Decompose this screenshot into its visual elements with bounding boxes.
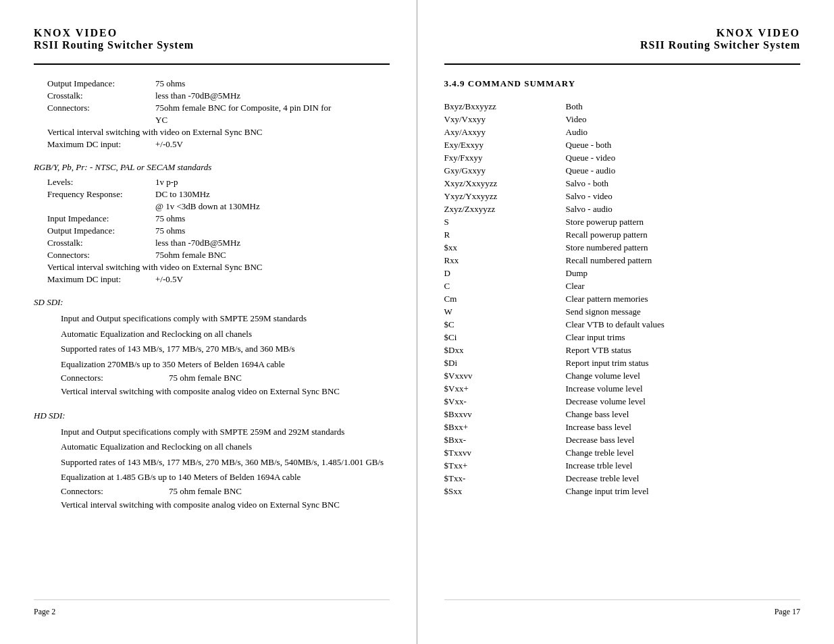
command-row: Axy/Axxyy Audio [444, 127, 801, 138]
spec-indent-row: Automatic Equalization and Reclocking on… [34, 440, 390, 454]
spec-row: Input Impedance: 75 ohms [34, 213, 390, 224]
command-row: S Store powerup pattern [444, 217, 801, 227]
spec-value: @ 1v <3dB down at 130MHz [155, 201, 390, 212]
command-desc: Both [566, 101, 801, 112]
spec-section-sdsdi: SD SDI: Input and Output specifications … [34, 297, 390, 398]
spec-value: 75ohm female BNC for Composite, 4 pin DI… [155, 103, 390, 113]
command-code: $Txx+ [444, 460, 566, 471]
right-page-number: Page 17 [775, 607, 800, 616]
command-row: $Vxx- Decrease volume level [444, 396, 801, 407]
page-container: KNOX VIDEO RSII Routing Switcher System … [0, 0, 834, 644]
command-code: C [444, 281, 566, 292]
command-row: Yxyz/Yxxyyzz Salvo - video [444, 191, 801, 202]
command-desc: Report input trim status [566, 358, 801, 369]
command-desc: Decrease volume level [566, 396, 801, 407]
spec-row: Crosstalk: less than -70dB@5MHz [34, 90, 390, 101]
spec-row: Maximum DC input: +/-0.5V [34, 139, 390, 150]
command-code: $Bxx- [444, 435, 566, 446]
command-desc: Store powerup pattern [566, 217, 801, 227]
section-heading-command-summary: 3.4.9 COMMAND SUMMARY [444, 78, 801, 89]
command-table: Bxyz/Bxxyyzz Both Vxy/Vxxyy Video Axy/Ax… [444, 101, 801, 497]
left-content: Output Impedance: 75 ohms Crosstalk: les… [34, 78, 390, 599]
command-code: Gxy/Gxxyy [444, 165, 566, 176]
command-desc: Clear [566, 281, 801, 292]
spec-label: Frequency Response: [47, 189, 155, 200]
spec-indent-row: Equalization 270MB/s up to 350 Meters of… [34, 358, 390, 371]
spec-indent-row: Input and Output specifications comply w… [34, 312, 390, 325]
spec-section-title-hdsdi: HD SDI: [34, 410, 390, 421]
command-code: Bxyz/Bxxyyzz [444, 101, 566, 112]
command-desc: Queue - audio [566, 165, 801, 176]
right-footer: Page 17 [444, 599, 801, 617]
command-desc: Decrease treble level [566, 473, 801, 484]
command-desc: Send signon message [566, 306, 801, 317]
command-row: Gxy/Gxxyy Queue - audio [444, 165, 801, 176]
spec-section-composite: Output Impedance: 75 ohms Crosstalk: les… [34, 78, 390, 150]
right-divider [444, 63, 801, 65]
spec-value: 75 ohm female BNC [169, 486, 390, 497]
command-code: Fxy/Fxxyy [444, 153, 566, 163]
command-desc: Change bass level [566, 409, 801, 420]
spec-value: +/-0.5V [155, 139, 390, 150]
spec-section-rgb: RGB/Y, Pb, Pr: - NTSC, PAL or SECAM stan… [34, 162, 390, 285]
command-code: D [444, 268, 566, 279]
spec-indent-row: Input and Output specifications comply w… [34, 425, 390, 439]
command-desc: Salvo - audio [566, 204, 801, 215]
spec-full-row: Vertical interval switching with video o… [34, 262, 390, 273]
command-code: Exy/Exxyy [444, 140, 566, 151]
command-row: $Txx+ Increase trble level [444, 460, 801, 471]
command-code: $C [444, 319, 566, 330]
command-row: W Send signon message [444, 306, 801, 317]
command-code: $Di [444, 358, 566, 369]
spec-value: less than -70dB@5MHz [155, 238, 390, 248]
spec-section-title-rgb: RGB/Y, Pb, Pr: - NTSC, PAL or SECAM stan… [34, 162, 390, 173]
command-code: $Vxxvv [444, 371, 566, 381]
command-row: Exy/Exxyy Queue - both [444, 140, 801, 151]
spec-indent-row: Equalization at 1.485 GB/s up to 140 Met… [34, 471, 390, 484]
command-row: $Di Report input trim status [444, 358, 801, 369]
spec-row: Connectors: 75 ohm female BNC [34, 486, 390, 497]
spec-label: Connectors: [61, 486, 169, 497]
command-row: R Recall powerup pattern [444, 230, 801, 240]
command-row: Bxyz/Bxxyyzz Both [444, 101, 801, 112]
right-header-line1: KNOX VIDEO [444, 27, 801, 39]
spec-label: Connectors: [47, 103, 155, 113]
command-desc: Report VTB status [566, 345, 801, 356]
command-desc: Queue - both [566, 140, 801, 151]
command-code: Yxyz/Yxxyyzz [444, 191, 566, 202]
spec-row: Frequency Response: DC to 130MHz [34, 189, 390, 200]
spec-row: Connectors: 75ohm female BNC [34, 250, 390, 261]
spec-indent-row: Supported rates of 143 MB/s, 177 MB/s, 2… [34, 456, 390, 469]
command-row: $Bxx+ Increase bass level [444, 422, 801, 433]
command-desc: Change volume level [566, 371, 801, 381]
command-desc: Audio [566, 127, 801, 138]
spec-value: 75 ohms [155, 78, 390, 89]
command-desc: Dump [566, 268, 801, 279]
command-code: $Vxx+ [444, 383, 566, 394]
command-code-rxx: Rxx [444, 255, 566, 266]
command-row: $Sxx Change input trim level [444, 486, 801, 497]
command-code: Axy/Axxyy [444, 127, 566, 138]
command-row: Vxy/Vxxyy Video [444, 114, 801, 125]
spec-label [47, 201, 155, 212]
command-row: D Dump [444, 268, 801, 279]
command-row: Fxy/Fxxyy Queue - video [444, 153, 801, 163]
spec-full-row: Vertical interval switching with video o… [34, 127, 390, 138]
command-row: $Vxxvv Change volume level [444, 371, 801, 381]
command-row: Xxyz/Xxxyyzz Salvo - both [444, 178, 801, 189]
command-desc: Decrease bass level [566, 435, 801, 446]
command-row: $Txx- Decrease treble level [444, 473, 801, 484]
spec-section-title-sdsdi: SD SDI: [34, 297, 390, 308]
command-row: $Bxx- Decrease bass level [444, 435, 801, 446]
spec-indent-row: Automatic Equalization and Reclocking on… [34, 327, 390, 341]
spec-row: Crosstalk: less than -70dB@5MHz [34, 238, 390, 248]
command-desc-recall-numbered: Recall numbered pattern [566, 255, 801, 266]
command-code: Zxyz/Zxxyyzz [444, 204, 566, 215]
spec-row: @ 1v <3dB down at 130MHz [34, 201, 390, 212]
spec-label: Maximum DC input: [47, 139, 155, 150]
right-header: KNOX VIDEO RSII Routing Switcher System [444, 27, 801, 51]
spec-label: Crosstalk: [47, 238, 155, 248]
command-code: R [444, 230, 566, 240]
command-row: $xx Store numbered pattern [444, 242, 801, 253]
command-desc: Increase bass level [566, 422, 801, 433]
